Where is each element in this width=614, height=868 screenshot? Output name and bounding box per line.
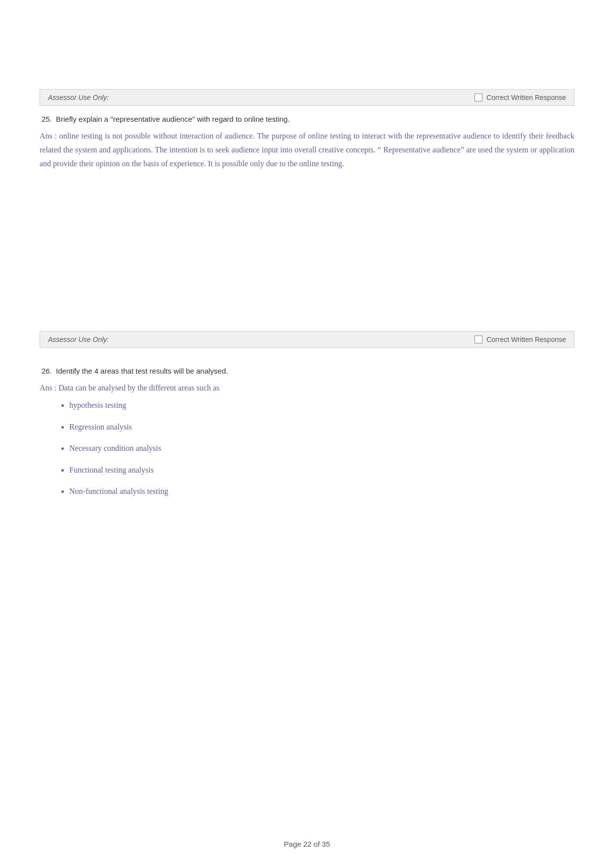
section-26: Assessor Use Only: Correct Written Respo… xyxy=(40,331,574,507)
bullet-list-26: hypothesis testing Regression analysis N… xyxy=(40,399,574,498)
page-number-text: Page 22 of 35 xyxy=(284,840,330,848)
question-26-body: Identify the 4 areas that test results w… xyxy=(56,367,228,375)
question-25-text: 25. Briefly explain a "representative au… xyxy=(40,115,574,123)
correct-written-response-label-2: Correct Written Response xyxy=(486,336,566,343)
question-25-body: Briefly explain a "representative audien… xyxy=(56,115,290,123)
question-26-number: 26. xyxy=(42,367,52,375)
checkbox-2[interactable] xyxy=(474,336,482,343)
correct-written-response-2: Correct Written Response xyxy=(474,336,566,343)
assessor-bar-2: Assessor Use Only: Correct Written Respo… xyxy=(40,331,574,348)
list-item-5: Non-functional analysis testing xyxy=(69,485,574,498)
list-item-1: hypothesis testing xyxy=(69,399,574,412)
correct-written-response-1: Correct Written Response xyxy=(474,94,566,101)
assessor-bar-1: Assessor Use Only: Correct Written Respo… xyxy=(40,89,574,106)
small-spacer xyxy=(40,357,574,367)
answer-26-intro: Ans : Data can be analysed by the differ… xyxy=(40,381,574,395)
question-25-number: 25. xyxy=(42,115,52,123)
answer-25-paragraph: Ans : online testing is not possible wit… xyxy=(40,129,574,171)
question-26-text: 26. Identify the 4 areas that test resul… xyxy=(40,367,574,375)
list-item-4: Functional testing analysis xyxy=(69,464,574,477)
mid-spacer xyxy=(40,193,574,331)
section-25: Assessor Use Only: Correct Written Respo… xyxy=(40,89,574,177)
correct-written-response-label-1: Correct Written Response xyxy=(486,94,566,101)
assessor-label-1: Assessor Use Only: xyxy=(48,94,109,101)
top-spacer xyxy=(40,30,574,89)
checkbox-1[interactable] xyxy=(474,94,482,101)
page-wrapper: Assessor Use Only: Correct Written Respo… xyxy=(0,0,614,868)
page-footer: Page 22 of 35 xyxy=(0,830,614,848)
list-item-2: Regression analysis xyxy=(69,421,574,434)
list-item-3: Necessary condition analysis xyxy=(69,442,574,455)
assessor-label-2: Assessor Use Only: xyxy=(48,336,109,343)
